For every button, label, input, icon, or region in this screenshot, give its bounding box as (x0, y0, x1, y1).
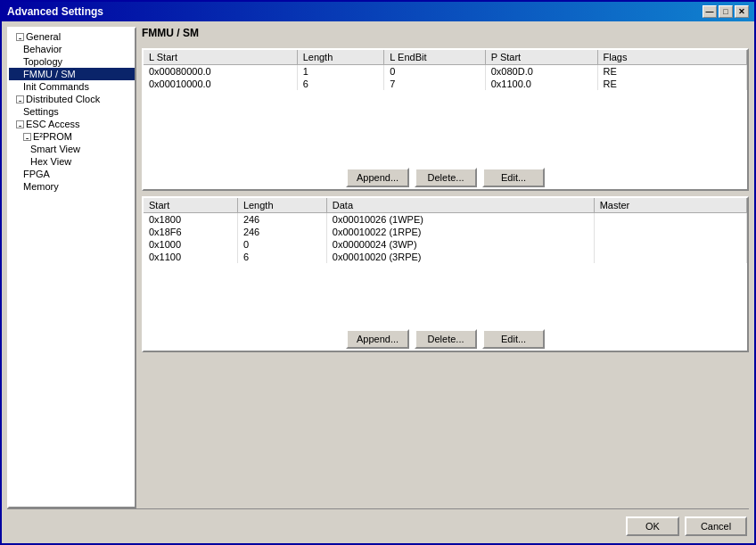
bottom-append-button[interactable]: Append... (346, 329, 409, 349)
bottom-table-section: Start Length Data Master 0x1800 246 (142, 196, 749, 352)
close-button[interactable]: ✕ (735, 5, 749, 18)
top-row0-lendbit: 0 (384, 65, 485, 78)
main-content: - General Behavior Topology FMMU / SM In… (7, 27, 749, 508)
bot-row1-length: 246 (237, 226, 326, 238)
table-row[interactable]: 0x1800 246 0x00010026 (1WPE) (144, 213, 747, 227)
sidebar-item-settings[interactable]: Settings (9, 105, 135, 118)
col-data: Data (326, 198, 594, 213)
sidebar-item-init-commands[interactable]: Init Commands (9, 80, 135, 93)
bot-row2-start: 0x1000 (144, 238, 237, 251)
bot-row0-start: 0x1800 (144, 213, 237, 227)
bot-row0-length: 246 (237, 213, 326, 227)
sidebar-item-distributed-clock[interactable]: - Distributed Clock (9, 93, 135, 105)
footer: OK Cancel (7, 513, 749, 538)
bottom-edit-button[interactable]: Edit... (482, 329, 545, 349)
bot-row2-data: 0x00000024 (3WP) (326, 238, 594, 251)
cancel-button[interactable]: Cancel (685, 516, 747, 536)
ok-button[interactable]: OK (626, 516, 679, 536)
top-table-container[interactable]: L Start Length L EndBit P Start Flags 0x… (144, 50, 747, 164)
bot-row0-master (594, 213, 746, 227)
col-l-start: L Start (144, 50, 297, 65)
sidebar-item-fmmu-sm[interactable]: FMMU / SM (9, 68, 135, 80)
top-table-section: L Start Length L EndBit P Start Flags 0x… (142, 48, 749, 191)
bot-row1-master (594, 226, 746, 238)
sidebar-item-smart-view[interactable]: Smart View (9, 143, 135, 155)
bot-row3-data: 0x00010020 (3RPE) (326, 251, 594, 263)
title-bar-buttons: — □ ✕ (703, 5, 749, 18)
panel-title: FMMU / SM (142, 27, 749, 39)
table-row[interactable]: 0x1000 0 0x00000024 (3WP) (144, 238, 747, 251)
title-bar: Advanced Settings — □ ✕ (2, 2, 754, 21)
top-row1-pstart: 0x1100.0 (485, 78, 597, 90)
maximize-button[interactable]: □ (719, 5, 733, 18)
top-row1-flags: RE (597, 78, 747, 90)
bot-row1-start: 0x18F6 (144, 226, 237, 238)
top-row1-length: 6 (297, 78, 384, 90)
bot-row1-data: 0x00010022 (1RPE) (326, 226, 594, 238)
bottom-delete-button[interactable]: Delete... (415, 329, 477, 349)
top-row1-lstart: 0x00010000.0 (144, 78, 297, 90)
top-edit-button[interactable]: Edit... (482, 168, 545, 187)
sidebar-item-fpga[interactable]: FPGA (9, 168, 135, 180)
sidebar-item-general[interactable]: - General (9, 30, 135, 43)
bot-row3-length: 6 (237, 251, 326, 263)
right-panel: FMMU / SM L Start Length L EndBit P Star… (142, 27, 749, 508)
top-row1-lendbit: 7 (384, 78, 485, 90)
window-title: Advanced Settings (7, 5, 103, 18)
top-append-button[interactable]: Append... (346, 168, 409, 187)
dist-clock-expand-icon: - (16, 95, 24, 103)
table-row[interactable]: 0x18F6 246 0x00010022 (1RPE) (144, 226, 747, 238)
top-delete-button[interactable]: Delete... (415, 168, 477, 187)
table-row[interactable]: 0x00080000.0 1 0 0x080D.0 RE (144, 65, 747, 78)
top-row0-length: 1 (297, 65, 384, 78)
bot-row2-length: 0 (237, 238, 326, 251)
bottom-button-row: Append... Delete... Edit... (144, 326, 747, 351)
sidebar-item-behavior[interactable]: Behavior (9, 43, 135, 55)
sidebar-item-memory[interactable]: Memory (9, 180, 135, 193)
table-row[interactable]: 0x1100 6 0x00010020 (3RPE) (144, 251, 747, 263)
sidebar-item-esc-access[interactable]: - ESC Access (9, 118, 135, 130)
footer-divider (7, 508, 749, 509)
bot-row2-master (594, 238, 746, 251)
sidebar-item-topology[interactable]: Topology (9, 55, 135, 68)
top-row0-pstart: 0x080D.0 (485, 65, 597, 78)
e2prom-expand-icon: - (23, 133, 31, 141)
esc-access-expand-icon: - (16, 120, 24, 128)
col-length-top: Length (297, 50, 384, 65)
col-flags: Flags (597, 50, 747, 65)
bottom-table-container[interactable]: Start Length Data Master 0x1800 246 (144, 198, 747, 326)
general-expand-icon: - (16, 33, 24, 41)
sidebar-item-hex-view[interactable]: Hex View (9, 155, 135, 168)
window-body: - General Behavior Topology FMMU / SM In… (2, 21, 754, 543)
sidebar-tree: - General Behavior Topology FMMU / SM In… (7, 27, 136, 508)
col-l-endbit: L EndBit (384, 50, 485, 65)
table-row[interactable]: 0x00010000.0 6 7 0x1100.0 RE (144, 78, 747, 90)
col-master: Master (594, 198, 746, 213)
bot-row3-master (594, 251, 746, 263)
col-length-bot: Length (237, 198, 326, 213)
bot-row0-data: 0x00010026 (1WPE) (326, 213, 594, 227)
minimize-button[interactable]: — (703, 5, 717, 18)
bottom-table: Start Length Data Master 0x1800 246 (144, 198, 747, 263)
top-row0-flags: RE (597, 65, 747, 78)
sidebar-item-e2prom[interactable]: - E²PROM (9, 130, 135, 143)
bot-row3-start: 0x1100 (144, 251, 237, 263)
top-row0-lstart: 0x00080000.0 (144, 65, 297, 78)
col-start: Start (144, 198, 237, 213)
top-button-row: Append... Delete... Edit... (144, 164, 747, 189)
col-p-start: P Start (485, 50, 597, 65)
advanced-settings-window: Advanced Settings — □ ✕ - General Behavi… (0, 0, 756, 545)
top-table: L Start Length L EndBit P Start Flags 0x… (144, 50, 747, 90)
